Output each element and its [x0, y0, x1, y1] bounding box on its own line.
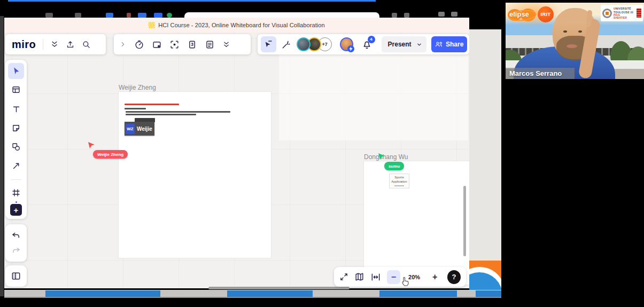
cursor-tool-icon — [263, 40, 273, 49]
browser-extension-icon — [127, 13, 131, 18]
zoom-in-button[interactable]: + — [428, 270, 441, 284]
board-emoji-icon — [149, 22, 155, 28]
notification-dot — [15, 201, 17, 203]
avatar-user-1[interactable] — [297, 37, 311, 51]
help-button[interactable]: ? — [447, 270, 461, 284]
sticky-note-tool[interactable] — [8, 120, 24, 136]
text-icon — [12, 105, 21, 114]
elipse-logo-text: elipse — [509, 10, 529, 18]
frame-title[interactable]: Weijie Zheng — [119, 84, 156, 91]
templates-icon — [11, 85, 21, 95]
collaboration-toolbar: +7 4 Present Share — [258, 34, 469, 54]
spotlight-icon[interactable] — [169, 40, 180, 50]
irit-logo: IRIT — [538, 6, 554, 22]
board-title: HCI Course - 2023, Online Whiteboard for… — [158, 22, 325, 28]
fit-to-screen-button[interactable] — [370, 272, 381, 282]
avatar-presenter[interactable] — [340, 37, 353, 51]
tiny-text-line — [125, 108, 146, 109]
browser-extension-icon — [138, 13, 146, 18]
laser-pointer-icon[interactable] — [281, 39, 292, 50]
browser-icon-stub — [392, 13, 397, 18]
vertical-scrollbar[interactable] — [463, 186, 466, 256]
screen-share-icon[interactable] — [152, 40, 162, 50]
person-eye — [578, 30, 582, 33]
background-taskbar — [4, 290, 501, 297]
background-window — [469, 29, 501, 290]
miro-canvas[interactable]: Weijie Zheng WZ Weijie Weijie Zheng Dong… — [4, 33, 469, 288]
elipse-logo: elipse — [508, 6, 537, 23]
frames-panel-icon — [11, 271, 21, 281]
collaborator-selection-box: WZ Weijie — [125, 122, 154, 136]
frames-count-icon[interactable]: 3 — [187, 40, 197, 50]
chevron-down-icon — [416, 42, 422, 48]
horizontal-scrollbar[interactable] — [208, 287, 350, 289]
divider — [11, 179, 21, 180]
window-top-accent-bar — [8, 0, 376, 2]
frame-weijie[interactable] — [119, 92, 271, 258]
notification-count-badge: 4 — [368, 36, 375, 43]
sticky-card[interactable]: Sports Application — [389, 174, 409, 188]
select-tool[interactable] — [8, 63, 24, 79]
templates-tool[interactable] — [8, 82, 24, 98]
browser-extension-icon — [154, 13, 162, 18]
university-redsquare-icon — [637, 9, 641, 18]
browser-icon-stub — [438, 12, 445, 17]
minimap-button[interactable] — [354, 272, 364, 282]
cursor-arrow-green-icon — [378, 153, 385, 160]
frames-count: 3 — [191, 42, 193, 47]
notifications-bell-icon[interactable]: 4 — [361, 39, 373, 50]
arrow-icon — [12, 161, 21, 170]
add-more-tools-button[interactable]: + — [10, 204, 22, 216]
export-icon[interactable] — [66, 40, 75, 49]
expand-chevron-icon[interactable] — [119, 41, 127, 48]
frame-dongshang[interactable]: Sports Application — [364, 161, 469, 285]
tiny-text-line — [126, 111, 230, 113]
text-tool[interactable] — [8, 101, 24, 117]
redo-button[interactable] — [11, 246, 21, 255]
present-button[interactable]: Present — [382, 36, 427, 52]
slide-logo-corner — [469, 261, 501, 290]
mouse-hand-cursor — [400, 277, 409, 286]
shapes-tool[interactable] — [8, 139, 24, 155]
share-button[interactable]: Share — [431, 36, 467, 52]
collapse-chevrons-icon[interactable] — [222, 41, 230, 49]
main-menu-toolbar: miro — [5, 34, 106, 54]
zoom-out-button[interactable]: − — [387, 270, 400, 284]
tiny-text-line — [126, 114, 196, 115]
share-label: Share — [446, 41, 463, 48]
cursor-label-weijie: Weijie Zheng — [93, 150, 128, 159]
browser-extension-icon — [167, 13, 172, 18]
browser-icon-stub — [75, 13, 81, 18]
expand-arrows-icon — [339, 272, 348, 281]
fullscreen-button[interactable] — [339, 272, 348, 281]
select-arrow-icon — [12, 66, 21, 75]
timer-icon[interactable] — [134, 40, 144, 50]
connector-tool[interactable] — [8, 158, 24, 174]
miro-logo[interactable]: miro — [12, 38, 36, 51]
shapes-icon — [11, 142, 21, 152]
notes-icon[interactable] — [205, 40, 215, 50]
sticky-note-icon — [11, 123, 21, 133]
university-name-line3: PAUL SABATIER — [614, 14, 634, 19]
ghost-frame — [279, 51, 468, 140]
present-label: Present — [388, 41, 412, 48]
frames-panel-button[interactable] — [5, 265, 27, 287]
person-eye — [563, 30, 567, 33]
participant-name-label: Marcos Serrano — [506, 68, 575, 79]
board-menu-chevrons-icon[interactable] — [50, 40, 59, 49]
search-icon[interactable] — [82, 40, 91, 49]
follow-cursor-tool[interactable] — [261, 36, 276, 52]
person-mouth — [567, 44, 577, 48]
frame-title[interactable]: Dongshang Wu — [364, 153, 408, 161]
frame-tool[interactable] — [8, 185, 24, 201]
redo-icon — [11, 246, 21, 255]
irit-logo-text: IRIT — [541, 12, 551, 17]
undo-icon — [11, 231, 21, 240]
tiny-text-line — [125, 104, 179, 105]
cursor-label-sumu: sumu — [384, 162, 404, 170]
cursor-arrow-red-icon — [88, 141, 95, 149]
webcam-video: elipse IRIT UNIVERSITÉ TOULOUSE III PAUL… — [506, 3, 644, 79]
undo-button[interactable] — [11, 231, 21, 240]
history-panel — [5, 224, 27, 262]
browser-icon-stub — [45, 13, 53, 18]
